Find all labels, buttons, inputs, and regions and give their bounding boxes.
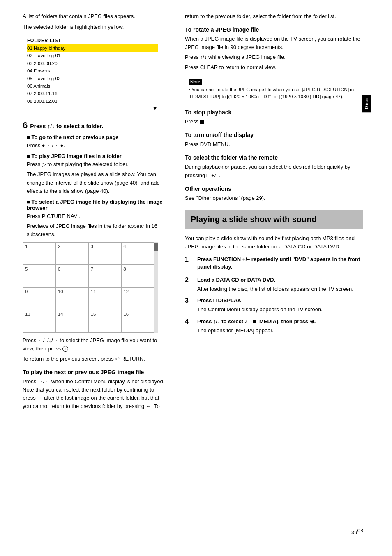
note-label: Note bbox=[189, 79, 202, 85]
section-title-other: Other operations bbox=[185, 185, 363, 192]
image-grid-container: 12345678910111213141516 bbox=[23, 242, 158, 333]
section-body-stop: Press . bbox=[185, 118, 363, 126]
sub-next-prev-page: To go to the next or previous page Press… bbox=[27, 134, 168, 150]
step-content: Press FUNCTION +/– repeatedly until "DVD… bbox=[197, 256, 363, 272]
grid-cell: 12 bbox=[121, 287, 154, 310]
section-title-folder-remote: To select the folder via the remote bbox=[185, 154, 363, 161]
step-content: Load a DATA CD or DATA DVD.After loading… bbox=[197, 276, 353, 293]
page-suffix: GB bbox=[357, 528, 363, 533]
section-title-display: To turn on/off the display bbox=[185, 132, 363, 138]
folder-list-title: FOLDER LIST bbox=[27, 38, 158, 43]
sub-heading-jpeg-browser: To select a JPEG image file by displayin… bbox=[27, 199, 168, 211]
step-6-heading: 6 Press ↑/↓ to select a folder. bbox=[23, 120, 168, 131]
sub-body-next-prev: Press ●→ / ←●. bbox=[27, 141, 168, 150]
step-desc: The options for [MEDIA] appear. bbox=[197, 327, 316, 335]
section-title-stop: To stop playback bbox=[185, 109, 363, 116]
step-desc: The Control Menu display appears on the … bbox=[197, 306, 323, 314]
folder-list-item: 05 Travelling 02 bbox=[27, 75, 158, 82]
numbered-step: 1Press FUNCTION +/– repeatedly until "DV… bbox=[185, 256, 363, 272]
grid-cell: 6 bbox=[56, 265, 89, 287]
image-grid: 12345678910111213141516 bbox=[23, 242, 154, 333]
folder-list-item: 04 Flowers bbox=[27, 67, 158, 74]
sub-heading-next-prev: To go to the next or previous page bbox=[27, 134, 168, 140]
folder-list-item: 08 2003.12.03 bbox=[27, 97, 158, 105]
section-title-rotate: To rotate a JPEG image file bbox=[185, 26, 363, 33]
grid-cell: 10 bbox=[56, 287, 89, 310]
grid-cell: 16 bbox=[121, 310, 154, 333]
note-box: Note • You cannot rotate the JPEG image … bbox=[185, 76, 363, 104]
grid-cell: 1 bbox=[23, 242, 56, 265]
left-column: A list of folders that contain JPEG file… bbox=[0, 12, 177, 544]
section-body-rotate-2: Press ↑/↓ while viewing a JPEG image fil… bbox=[185, 53, 363, 61]
sub-heading-play-jpeg: To play JPEG image files in a folder bbox=[27, 153, 168, 159]
sub-body-play-jpeg-1: Press ▷ to start playing the selected fo… bbox=[27, 160, 168, 169]
folder-list-item: 01 Happy birthday bbox=[27, 44, 158, 52]
step-content: Press ↑/↓ to select ♪↔■ [MEDIA], then pr… bbox=[197, 318, 316, 335]
folder-list-box: FOLDER LIST 01 Happy birthday02 Travelli… bbox=[23, 35, 162, 114]
sub-play-jpeg-folder: To play JPEG image files in a folder Pre… bbox=[27, 153, 168, 195]
intro-text-2: The selected folder is highlighted in ye… bbox=[23, 23, 168, 31]
grid-cell: 3 bbox=[89, 242, 122, 265]
sub-body-play-jpeg-2: The JPEG images are played as a slide sh… bbox=[27, 170, 168, 195]
grid-cell: 2 bbox=[56, 242, 89, 265]
step-num: 3 bbox=[185, 297, 194, 306]
after-grid-text-1: Press ←/↑/↓/→ to select the JPEG image f… bbox=[23, 336, 168, 353]
highlight-intro: You can play a slide show with sound by … bbox=[185, 234, 363, 251]
page-num: 39 bbox=[351, 529, 357, 535]
intro-text-1: A list of folders that contain JPEG file… bbox=[23, 12, 168, 21]
numbered-step: 4Press ↑/↓ to select ♪↔■ [MEDIA], then p… bbox=[185, 318, 363, 335]
note-text: • You cannot rotate the JPEG image file … bbox=[189, 86, 360, 101]
after-grid-text-2: To return to the previous screen, press … bbox=[23, 355, 168, 363]
grid-cell: 14 bbox=[56, 310, 89, 333]
section-play-next-prev: To play the next or previous JPEG image … bbox=[23, 369, 168, 411]
step-desc: After loading the disc, the list of fold… bbox=[197, 285, 353, 293]
numbered-step: 2Load a DATA CD or DATA DVD.After loadin… bbox=[185, 276, 363, 293]
folder-list-item: 06 Animals bbox=[27, 82, 158, 90]
section-body-play-next-prev: Press →/← when the Control Menu display … bbox=[23, 378, 168, 411]
scrollbar bbox=[154, 242, 158, 333]
step-content: Press □ DISPLAY.The Control Menu display… bbox=[197, 297, 323, 314]
step-label: Press FUNCTION +/– repeatedly until "DVD… bbox=[197, 256, 363, 271]
folder-list-items: 01 Happy birthday02 Travelling 0103 2003… bbox=[27, 44, 158, 111]
grid-cell: 8 bbox=[121, 265, 154, 287]
sub-select-jpeg-browser: To select a JPEG image file by displayin… bbox=[27, 199, 168, 239]
sub-body-jpeg-browser-2: Previews of JPEG image files in the fold… bbox=[27, 222, 168, 239]
numbered-steps: 1Press FUNCTION +/– repeatedly until "DV… bbox=[185, 256, 363, 334]
sub-body-jpeg-browser-1: Press PICTURE NAVI. bbox=[27, 212, 168, 220]
disc-label: Disc bbox=[362, 95, 371, 112]
highlight-box: Playing a slide show with sound bbox=[185, 210, 363, 229]
grid-cell: 13 bbox=[23, 310, 56, 333]
section-body-display: Press DVD MENU. bbox=[185, 140, 363, 148]
step-num: 1 bbox=[185, 256, 194, 265]
section-title-play-next-prev: To play the next or previous JPEG image … bbox=[23, 369, 168, 375]
step-num: 2 bbox=[185, 276, 194, 285]
right-column: Disc return to the previous folder, sele… bbox=[177, 12, 371, 544]
step-label: Press ↑/↓ to select ♪↔■ [MEDIA], then pr… bbox=[197, 318, 316, 325]
section-body-rotate-1: When a JPEG image file is displayed on t… bbox=[185, 35, 363, 51]
numbered-step: 3Press □ DISPLAY.The Control Menu displa… bbox=[185, 297, 363, 314]
grid-cell: 11 bbox=[89, 287, 122, 310]
section-body-folder-remote: During playback or pause, you can select… bbox=[185, 163, 363, 179]
step-label: Load a DATA CD or DATA DVD. bbox=[197, 276, 353, 284]
grid-cell: 4 bbox=[121, 242, 154, 265]
scrollbar-thumb bbox=[154, 243, 158, 251]
folder-list-item: 03 2003.08.20 bbox=[27, 60, 158, 67]
grid-cell: 9 bbox=[23, 287, 56, 310]
step-6-label: Press ↑/↓ to select a folder. bbox=[30, 123, 103, 130]
grid-cell: 7 bbox=[89, 265, 122, 287]
step-label: Press □ DISPLAY. bbox=[197, 297, 323, 304]
grid-cell: 5 bbox=[23, 265, 56, 287]
step-6-num: 6 bbox=[23, 120, 28, 131]
circle-plus-icon: + bbox=[62, 346, 68, 352]
page-number: 39GB bbox=[351, 528, 363, 535]
stop-icon bbox=[200, 120, 204, 124]
cont-text: return to the previous folder, select th… bbox=[185, 12, 363, 21]
section-body-other: See "Other operations" (page 29). bbox=[185, 194, 363, 202]
section-body-rotate-3: Press CLEAR to return to normal view. bbox=[185, 63, 363, 72]
highlight-box-title: Playing a slide show with sound bbox=[191, 214, 357, 225]
folder-list-item: 07 2003.11.16 bbox=[27, 90, 158, 97]
step-num: 4 bbox=[185, 318, 194, 327]
folder-list-item: 02 Travelling 01 bbox=[27, 52, 158, 59]
grid-cell: 15 bbox=[89, 310, 122, 333]
